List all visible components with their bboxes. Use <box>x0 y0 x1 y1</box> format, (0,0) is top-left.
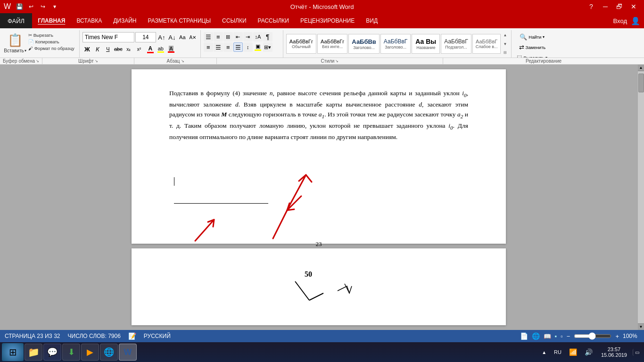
style-title[interactable]: Аа Вы Название <box>412 34 440 54</box>
spell-check-icon[interactable]: 📝 <box>128 332 136 340</box>
page-text[interactable]: Подставив в формулу (4) значение n, равн… <box>169 88 468 142</box>
menu-view[interactable]: ВИД <box>360 13 383 28</box>
scroll-up-btn[interactable]: ▲ <box>638 65 644 71</box>
superscript-button[interactable]: x² <box>134 44 144 54</box>
format-painter-button[interactable]: 🖌 Формат по образцу <box>26 45 76 51</box>
menu-design[interactable]: ДИЗАЙН <box>107 13 142 28</box>
web-view-icon[interactable]: 🌐 <box>532 332 540 340</box>
web-layout-icon[interactable]: ▫ <box>561 333 563 340</box>
qa-more-btn[interactable]: ▾ <box>50 1 60 12</box>
style-heading1[interactable]: АаБбВв Заголово... <box>348 34 380 54</box>
font-grow-btn[interactable]: A↑ <box>157 33 166 42</box>
text-highlight-button[interactable]: ab <box>156 44 165 54</box>
multilevel-list-btn[interactable]: ⊞ <box>223 32 233 41</box>
tray-language-btn[interactable]: RU <box>551 348 564 356</box>
menu-page-layout[interactable]: РАЗМЕТКА СТРАНИЦЫ <box>142 13 216 28</box>
menu-references[interactable]: ССЫЛКИ <box>216 13 252 28</box>
line-spacing-btn[interactable]: ↕ <box>243 42 253 52</box>
language[interactable]: РУССКИЙ <box>144 333 171 339</box>
taskbar-discord[interactable]: 💬 <box>43 344 61 361</box>
show-desktop-btn[interactable]: ▭ <box>633 349 642 356</box>
show-formatting-btn[interactable]: ¶ <box>263 32 272 41</box>
tray-expand-btn[interactable]: ▲ <box>539 349 549 356</box>
shading-btn[interactable]: ▣ <box>253 42 263 52</box>
font-shrink-btn[interactable]: A↓ <box>167 33 177 42</box>
style-normal[interactable]: АаБбВвГг Обычный <box>286 34 316 54</box>
zoom-out-btn[interactable]: − <box>567 333 570 340</box>
scroll-thumb[interactable] <box>638 74 644 92</box>
style-no-spacing[interactable]: АаБбВвГг Без инте... <box>317 34 347 54</box>
align-left-btn[interactable]: ≡ <box>204 42 213 52</box>
increase-indent-btn[interactable]: ⇥ <box>243 32 253 41</box>
menu-file[interactable]: ФАЙЛ <box>0 13 32 28</box>
sort-btn[interactable]: ↕A <box>253 32 263 41</box>
taskbar-word[interactable]: W <box>119 344 137 361</box>
save-quick-btn[interactable]: 💾 <box>14 1 25 12</box>
change-case-btn[interactable]: Aa <box>178 33 187 42</box>
align-justify-btn[interactable]: ☰ <box>233 42 243 52</box>
minimize-btn[interactable]: ─ <box>599 0 612 13</box>
close-btn[interactable]: ✕ <box>627 0 640 13</box>
paste-button[interactable]: 📋 Вставить ▾ <box>5 31 25 55</box>
char-shading-button[interactable]: A <box>166 44 176 54</box>
tray-volume-btn[interactable]: 🔊 <box>582 347 595 357</box>
taskbar-downloader[interactable]: ⬇ <box>62 344 80 361</box>
replace-button[interactable]: ⇄ Заменить <box>514 42 550 52</box>
gallery-down-btn[interactable]: ▼ <box>503 41 507 47</box>
numbered-list-btn[interactable]: ≡ <box>214 32 223 41</box>
font-color-button[interactable]: A <box>146 44 155 54</box>
find-dropdown[interactable]: ▾ <box>543 35 545 39</box>
subscript-button[interactable]: x₂ <box>124 44 133 54</box>
find-button[interactable]: 🔍 Найти ▾ <box>514 32 550 41</box>
document-area[interactable]: Подставив в формулу (4) значение n, равн… <box>0 65 637 330</box>
menu-mailings[interactable]: РАССЫЛКИ <box>252 13 295 28</box>
align-right-btn[interactable]: ≡ <box>223 42 233 52</box>
taskbar-chrome[interactable]: 🌐 <box>100 344 118 361</box>
system-clock[interactable]: 23:57 15.06.2019 <box>597 346 631 358</box>
undo-quick-btn[interactable]: ↩ <box>26 1 36 12</box>
paragraph-expand-icon[interactable]: ↘ <box>181 59 184 63</box>
taskbar-media[interactable]: ▶ <box>81 344 99 361</box>
tray-network-btn[interactable]: 📶 <box>566 347 580 357</box>
decrease-indent-btn[interactable]: ⇤ <box>233 32 243 41</box>
account-icon[interactable]: 👤 <box>631 16 640 25</box>
vertical-scrollbar[interactable]: ▲ ▼ <box>637 65 644 330</box>
underline-button[interactable]: Ч <box>103 44 113 54</box>
read-mode-icon[interactable]: 📖 <box>544 333 551 340</box>
redo-quick-btn[interactable]: ↪ <box>38 1 48 12</box>
gallery-scroll[interactable]: ▲ ▼ ⊟ <box>502 33 508 55</box>
style-subtitle[interactable]: АаБбВвГ Подзагол... <box>441 34 471 54</box>
menu-insert[interactable]: ВСТАВКА <box>71 13 107 28</box>
borders-btn[interactable]: ⊞▾ <box>263 42 272 52</box>
clear-format-btn[interactable]: A✕ <box>188 33 198 42</box>
menu-review[interactable]: РЕЦЕНЗИРОВАНИЕ <box>295 13 360 28</box>
align-center-btn[interactable]: ☰ <box>214 42 223 52</box>
italic-button[interactable]: К <box>93 44 102 54</box>
font-size-input[interactable] <box>135 32 156 42</box>
bullet-list-btn[interactable]: ☰ <box>204 32 213 41</box>
page-info[interactable]: СТРАНИЦА 23 ИЗ 32 <box>5 333 60 339</box>
gallery-up-btn[interactable]: ▲ <box>503 33 507 38</box>
notes-icon[interactable]: 📄 <box>520 332 528 340</box>
style-subtle[interactable]: АаБбВвГ Слабое в... <box>472 34 501 54</box>
signin-label[interactable]: Вход <box>613 17 627 25</box>
styles-expand-icon[interactable]: ↘ <box>335 59 339 63</box>
zoom-slider[interactable] <box>574 332 611 340</box>
word-count[interactable]: ЧИСЛО СЛОВ: 7906 <box>68 333 121 339</box>
gallery-more-btn[interactable]: ⊟ <box>503 50 507 55</box>
clipboard-expand-icon[interactable]: ↘ <box>36 59 39 63</box>
taskbar-explorer[interactable]: 📁 <box>25 344 42 361</box>
bold-button[interactable]: Ж <box>83 44 92 54</box>
restore-btn[interactable]: 🗗 <box>613 0 626 13</box>
style-heading2[interactable]: АаБбВвГ Заголово... <box>380 34 411 54</box>
cut-button[interactable]: ✂ Вырезать <box>26 32 76 38</box>
scroll-down-btn[interactable]: ▼ <box>638 323 644 330</box>
print-layout-icon[interactable]: ▪ <box>555 333 557 340</box>
font-family-input[interactable] <box>83 32 134 42</box>
help-btn[interactable]: ? <box>585 0 598 13</box>
font-expand-icon[interactable]: ↘ <box>95 59 98 63</box>
copy-button[interactable]: 📄 Копировать <box>26 39 76 45</box>
start-button[interactable]: ⊞ <box>2 343 24 361</box>
zoom-in-btn[interactable]: + <box>615 333 619 340</box>
zoom-level[interactable]: 100% <box>623 333 639 339</box>
